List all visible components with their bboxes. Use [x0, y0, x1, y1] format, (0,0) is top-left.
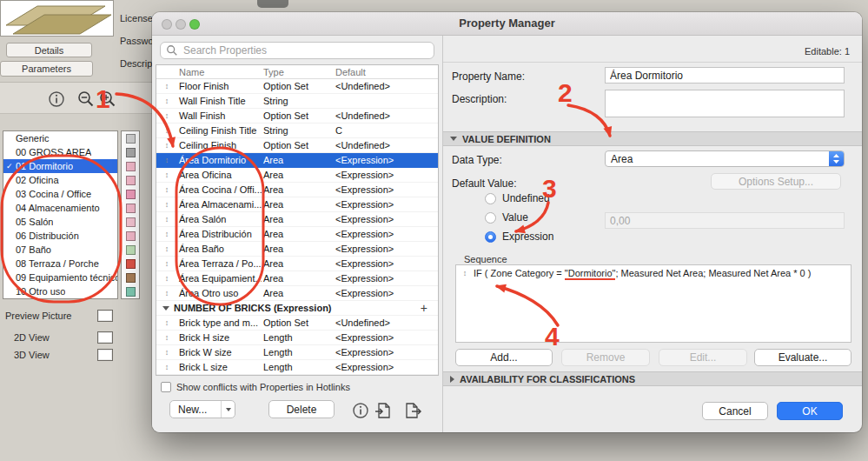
table-row[interactable]: ↕ Ceiling Finish Option Set <Undefined>	[156, 138, 438, 153]
zone-color-swatch[interactable]	[126, 190, 136, 199]
column-header-type[interactable]: Type	[262, 67, 334, 77]
zone-color-swatch[interactable]	[126, 259, 136, 269]
column-header-name[interactable]: Name	[177, 67, 262, 77]
add-property-in-group-icon[interactable]: +	[421, 302, 427, 314]
table-row[interactable]: ↕ Brick W size Length <Expression>	[156, 345, 438, 360]
zone-list-item[interactable]: 05 Salón	[3, 215, 117, 229]
parameters-button[interactable]: Parameters	[0, 61, 93, 77]
cancel-button[interactable]: Cancel	[702, 402, 768, 420]
zone-list-item[interactable]: 09 Equipamiento técnico	[3, 271, 117, 284]
zoom-in-icon[interactable]	[98, 90, 117, 109]
zone-list-item[interactable]: ✓ 01 Dormitorio	[3, 159, 117, 173]
reorder-icon[interactable]: ↕	[156, 259, 177, 268]
zone-list-item[interactable]: 07 Baño	[3, 243, 117, 257]
zone-list-item[interactable]: 03 Cocina / Office	[3, 187, 117, 201]
zone-list-item[interactable]: 06 Distribución	[3, 229, 117, 243]
zone-color-swatch[interactable]	[126, 162, 136, 171]
table-row[interactable]: ↕ Área Salón Area <Expression>	[156, 212, 438, 227]
zone-color-swatch[interactable]	[126, 176, 136, 185]
close-button[interactable]	[162, 19, 172, 30]
expression-row[interactable]: ↕ IF ( Zone Category = "Dormitorio"; Mea…	[456, 265, 851, 281]
table-row[interactable]: ↕ Área Baño Area <Expression>	[156, 242, 438, 257]
zone-list-item[interactable]: Generic	[3, 131, 117, 145]
reorder-icon[interactable]: ↕	[156, 363, 177, 371]
zone-list-item[interactable]: 08 Terraza / Porche	[3, 257, 117, 271]
reorder-icon[interactable]: ↕	[156, 97, 177, 105]
new-button[interactable]: New...	[169, 400, 235, 418]
table-row[interactable]: ↕ Área Cocina / Offi... Area <Expression…	[156, 183, 438, 197]
table-row[interactable]: ↕ Área Otro uso Area <Expression>	[156, 286, 438, 301]
table-row[interactable]: ↕ Área Almacenami... Area <Expression>	[156, 197, 438, 212]
zone-color-swatch[interactable]	[126, 273, 136, 283]
value-radio[interactable]	[485, 212, 496, 224]
expression-radio[interactable]	[485, 231, 496, 243]
availability-section[interactable]: AVAILABILITY FOR CLASSIFICATIONS	[443, 371, 862, 386]
property-name-input[interactable]	[605, 67, 845, 84]
table-row[interactable]: ↕ Área Terraza / Po... Area <Expression>	[156, 257, 438, 271]
ok-button[interactable]: OK	[777, 402, 843, 420]
table-row[interactable]: ↕ Brick L size Length <Expression>	[156, 360, 438, 375]
zone-color-swatch[interactable]	[126, 287, 136, 297]
table-row[interactable]: ↕ Wall Finish Option Set <Undefined>	[156, 109, 438, 124]
evaluate-button[interactable]: Evaluate...	[754, 349, 851, 366]
zone-list-item[interactable]: 00 GROSS AREA	[3, 145, 117, 159]
zone-color-swatch[interactable]	[126, 204, 136, 213]
table-row[interactable]: ↕ Ceiling Finish Title String C	[156, 124, 438, 138]
reorder-icon[interactable]: ↕	[156, 348, 177, 357]
zone-color-swatch[interactable]	[126, 134, 136, 144]
column-header-default[interactable]: Default	[334, 67, 438, 77]
reorder-icon[interactable]: ↕	[156, 156, 177, 164]
zone-list-item[interactable]: 04 Almacenamiento	[3, 201, 117, 215]
import-properties-icon[interactable]	[374, 401, 393, 420]
delete-button[interactable]: Delete	[268, 400, 335, 418]
table-row[interactable]: ↕ Brick type and m... Option Set <Undefi…	[156, 316, 438, 331]
export-properties-icon[interactable]	[403, 401, 422, 420]
reorder-icon[interactable]: ↕	[156, 111, 177, 120]
undefined-radio[interactable]	[485, 193, 496, 204]
value-definition-section[interactable]: VALUE DEFINITION	[443, 131, 862, 146]
reorder-icon[interactable]: ↕	[156, 200, 177, 209]
preview-picture-button[interactable]	[97, 310, 113, 322]
details-button[interactable]: Details	[6, 43, 92, 57]
reorder-icon[interactable]: ↕	[156, 82, 177, 90]
add-button[interactable]: Add...	[455, 349, 553, 366]
zone-color-swatch[interactable]	[126, 148, 136, 157]
description-input[interactable]	[605, 90, 845, 117]
reorder-icon[interactable]: ↕	[156, 289, 177, 297]
data-type-dropdown[interactable]: Area	[605, 150, 845, 167]
zone-color-swatch[interactable]	[126, 231, 136, 241]
reorder-icon[interactable]: ↕	[156, 318, 177, 327]
reorder-icon[interactable]: ↕	[156, 230, 177, 238]
table-row[interactable]: ↕ Wall Finish Title String	[156, 94, 438, 109]
reorder-icon[interactable]: ↕	[156, 215, 177, 224]
reorder-icon[interactable]: ↕	[156, 244, 177, 253]
zone-list-item[interactable]: 10 Otro uso	[3, 284, 117, 298]
info-icon[interactable]	[47, 90, 66, 109]
reorder-icon[interactable]: ↕	[156, 141, 177, 150]
new-button-menu[interactable]	[221, 401, 235, 418]
zoom-out-icon[interactable]	[76, 90, 96, 109]
reorder-icon[interactable]: ↕	[156, 170, 177, 179]
property-group-header[interactable]: NUMBER OF BRICKS (Expression) +	[156, 301, 438, 316]
3d-view-button[interactable]	[97, 349, 113, 361]
info-icon[interactable]	[351, 401, 370, 420]
reorder-icon[interactable]: ↕	[156, 274, 177, 283]
zoom-button[interactable]	[189, 19, 200, 30]
table-row[interactable]: ↕ Área Oficina Area <Expression>	[156, 168, 438, 183]
table-row[interactable]: ↕ Brick H size Length <Expression>	[156, 331, 438, 345]
zone-list-item[interactable]: 02 Oficina	[3, 173, 117, 187]
2d-view-button[interactable]	[97, 331, 113, 344]
zone-color-swatch[interactable]	[126, 217, 136, 227]
table-row[interactable]: ↕ Área Equipamient... Area <Expression>	[156, 271, 438, 286]
minimize-button[interactable]	[176, 19, 186, 30]
reorder-icon[interactable]: ↕	[461, 269, 469, 277]
table-row[interactable]: ↕ Floor Finish Option Set <Undefined>	[156, 79, 438, 94]
reorder-icon[interactable]: ↕	[156, 185, 177, 194]
table-row[interactable]: ↕ Área Dormitorio Area <Expression>	[156, 153, 438, 168]
reorder-icon[interactable]: ↕	[156, 333, 177, 342]
show-conflicts-checkbox[interactable]	[161, 382, 171, 392]
search-input[interactable]	[178, 43, 434, 58]
reorder-icon[interactable]: ↕	[156, 126, 177, 135]
zone-color-swatch[interactable]	[126, 245, 136, 255]
table-row[interactable]: ↕ Área Distribución Area <Expression>	[156, 227, 438, 242]
